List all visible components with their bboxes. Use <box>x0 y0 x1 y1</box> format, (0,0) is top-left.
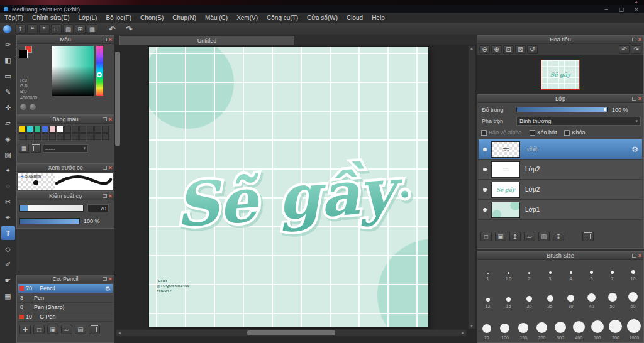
close-panel-icon[interactable]: × <box>638 96 641 102</box>
brush-size-option[interactable]: 60 <box>623 292 643 310</box>
brush-item[interactable]: 8Pen (Sharp) <box>18 303 113 312</box>
popout-icon[interactable] <box>103 38 107 41</box>
brush-folder-icon[interactable]: ▱ <box>61 325 72 334</box>
brush-item[interactable]: 8Pen <box>18 293 113 303</box>
new-layer-icon[interactable]: □ <box>480 232 492 241</box>
new-brush-icon[interactable]: □ <box>33 325 45 334</box>
fit-window-icon[interactable]: ⊡ <box>503 45 514 54</box>
brush-size-option[interactable]: 70 <box>477 324 496 341</box>
layer-visible-icon[interactable] <box>483 168 487 172</box>
merge-down-icon[interactable]: ↧ <box>553 232 564 241</box>
palette-trash-icon[interactable] <box>31 144 41 153</box>
hue-cursor[interactable] <box>97 72 102 77</box>
menu-item-7[interactable]: Xem(V) <box>232 14 262 21</box>
scissors-tool[interactable]: ✂ <box>1 195 15 209</box>
palette-empty-slot[interactable] <box>87 126 94 133</box>
brush-size-option[interactable]: 1.5 <box>498 272 519 282</box>
palette-empty-slot[interactable] <box>94 126 101 133</box>
foreground-color-swatch[interactable] <box>19 50 28 58</box>
brush-size-option[interactable]: 5 <box>581 271 602 282</box>
new-folder-icon[interactable]: ▣ <box>495 232 506 241</box>
brush-size-option[interactable]: 20 <box>519 296 540 310</box>
palette-empty-slot[interactable] <box>42 133 48 140</box>
select-rect-tool[interactable]: ▭ <box>1 69 15 83</box>
close-panel-icon[interactable]: × <box>109 117 112 122</box>
palette-empty-slot[interactable] <box>72 126 79 133</box>
brush-preview-header[interactable]: Xem trước cọ × <box>17 164 114 172</box>
blend-mode-select[interactable]: Bình thường ▾ <box>516 117 641 126</box>
palette-swatch-3[interactable] <box>42 126 48 133</box>
layer-checkbox-1[interactable]: Xén bớt <box>530 129 557 136</box>
brush-size-option[interactable]: 1000 <box>625 319 643 341</box>
maximize-button[interactable]: ▢ <box>614 5 629 13</box>
chat-icon[interactable]: ❞ <box>39 24 50 34</box>
zoom-out-icon[interactable]: ⊖ <box>479 45 490 54</box>
folder-icon[interactable]: ▱ <box>524 232 535 241</box>
popout-icon[interactable] <box>632 38 636 41</box>
layer-opacity-slider[interactable] <box>516 107 608 112</box>
brush-size-option[interactable]: 150 <box>514 323 533 341</box>
brush-size-option[interactable]: 300 <box>551 322 569 341</box>
brush-item[interactable]: 70Pencil⚙ <box>18 284 113 293</box>
palette-empty-slot[interactable] <box>72 133 79 140</box>
brush-size-option[interactable]: 400 <box>570 321 588 341</box>
brush-size-option[interactable]: 100 <box>496 324 514 341</box>
brush-size-option[interactable]: 700 <box>606 320 625 341</box>
palette-empty-slot[interactable] <box>94 133 101 140</box>
palette-dropdown[interactable]: ------ ▾ <box>43 144 88 153</box>
layer-trash-icon[interactable] <box>582 232 594 241</box>
palette-empty-slot[interactable] <box>34 133 41 140</box>
horizontal-scroll-thumb[interactable] <box>247 330 335 335</box>
close-panel-icon[interactable]: × <box>109 276 112 282</box>
layer-item[interactable]: Lớp2 <box>479 160 642 180</box>
brush-tool[interactable]: ✑ <box>1 38 15 52</box>
rotate-left-icon[interactable]: ↶ <box>619 45 630 54</box>
document-tab[interactable]: Untitled <box>119 36 294 45</box>
popout-icon[interactable] <box>103 194 107 198</box>
grid-icon[interactable]: ⊞ <box>75 24 86 34</box>
palette-empty-slot[interactable] <box>57 133 64 140</box>
palette-empty-slot[interactable] <box>19 133 26 140</box>
hand-tool[interactable]: ☛ <box>1 273 15 287</box>
fill-tool[interactable]: ◈ <box>1 132 15 146</box>
eraser-tool[interactable]: ◧ <box>1 53 15 67</box>
duplicate-layer-icon[interactable]: ▥ <box>538 232 550 241</box>
navigator-header[interactable]: Hoa tiêu × <box>477 36 643 44</box>
hue-slider[interactable] <box>96 46 103 96</box>
layers-header[interactable]: Lớp × <box>477 95 643 103</box>
layer-visible-icon[interactable] <box>483 208 487 212</box>
layer-settings-icon[interactable]: ⚙ <box>631 145 638 154</box>
menu-item-4[interactable]: Chọn(S) <box>136 14 168 21</box>
titlebar[interactable]: MediBang Paint Pro (32bit) – ▢ × <box>0 5 644 13</box>
brush-size-option[interactable]: 15 <box>498 297 519 310</box>
menu-item-0[interactable]: Tệp(F) <box>0 14 28 21</box>
new-document-icon[interactable]: □ <box>51 24 62 34</box>
brush-size-option[interactable]: 10 <box>623 270 643 282</box>
palette-empty-slot[interactable] <box>79 126 86 133</box>
palette-swatch-5[interactable] <box>57 126 64 133</box>
brush-size-option[interactable]: 40 <box>581 293 602 310</box>
brush-trash-icon[interactable] <box>89 325 100 334</box>
brush-size-option[interactable]: 4 <box>560 271 581 282</box>
menu-item-11[interactable]: Help <box>367 14 389 21</box>
brush-size-option[interactable]: 12 <box>477 298 498 310</box>
brush-size-option[interactable]: 25 <box>540 295 560 310</box>
lasso-tool[interactable]: ◌ <box>1 179 15 193</box>
undo-button[interactable]: ↶ <box>105 24 119 34</box>
palette-empty-slot[interactable] <box>79 133 86 140</box>
brush-size-option[interactable]: 3 <box>540 271 560 282</box>
menu-item-9[interactable]: Cửa sổ(W) <box>303 14 342 21</box>
export-icon[interactable]: ↥ <box>15 24 26 34</box>
brush-control-header[interactable]: Kiểm soát cọ × <box>17 192 114 200</box>
brush-size-option[interactable]: 7 <box>602 271 623 282</box>
popout-icon[interactable] <box>103 166 107 170</box>
close-panel-icon[interactable]: × <box>638 37 641 43</box>
color-wheel-icon[interactable] <box>20 104 26 110</box>
palette-swatch-2[interactable] <box>34 126 41 133</box>
brush-size-header[interactable]: Brush Size × <box>477 252 643 260</box>
brush-opacity-slider[interactable] <box>19 218 80 224</box>
color-panel-header[interactable]: Màu × <box>17 36 114 44</box>
palette-empty-slot[interactable] <box>64 133 71 140</box>
palette-panel-header[interactable]: Bảng màu × <box>17 116 114 124</box>
add-brush-icon[interactable]: ✚ <box>19 325 31 334</box>
